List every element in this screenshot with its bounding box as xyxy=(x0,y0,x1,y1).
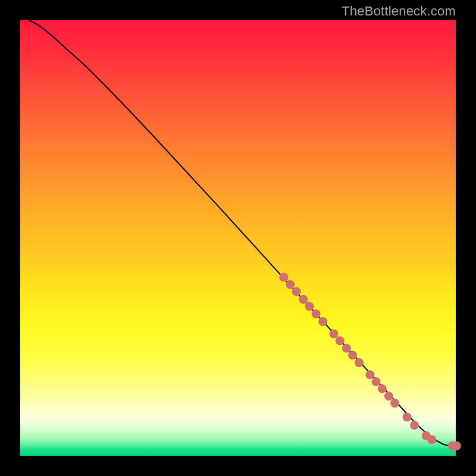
chart-svg xyxy=(20,20,456,456)
watermark-text: TheBottleneck.com xyxy=(342,4,456,19)
data-marker xyxy=(305,302,314,311)
data-marker xyxy=(427,435,436,444)
data-marker xyxy=(365,370,374,379)
data-marker xyxy=(403,412,412,421)
data-marker xyxy=(292,287,301,296)
data-marker xyxy=(410,421,419,430)
data-marker xyxy=(286,280,295,289)
data-marker xyxy=(452,441,461,450)
marker-group xyxy=(279,273,461,450)
data-marker xyxy=(372,377,381,386)
data-marker xyxy=(390,399,399,408)
data-marker xyxy=(299,295,308,304)
data-marker xyxy=(342,344,351,353)
data-marker xyxy=(384,392,393,400)
data-marker xyxy=(336,336,345,345)
curve-path xyxy=(29,20,456,446)
data-marker xyxy=(378,384,387,393)
data-marker xyxy=(279,273,288,281)
data-marker xyxy=(355,358,364,367)
data-marker xyxy=(348,350,357,359)
data-marker xyxy=(330,330,339,339)
data-marker xyxy=(318,317,327,326)
data-marker xyxy=(312,309,321,318)
chart-stage: TheBottleneck.com xyxy=(0,0,476,476)
plot-area xyxy=(20,20,456,456)
